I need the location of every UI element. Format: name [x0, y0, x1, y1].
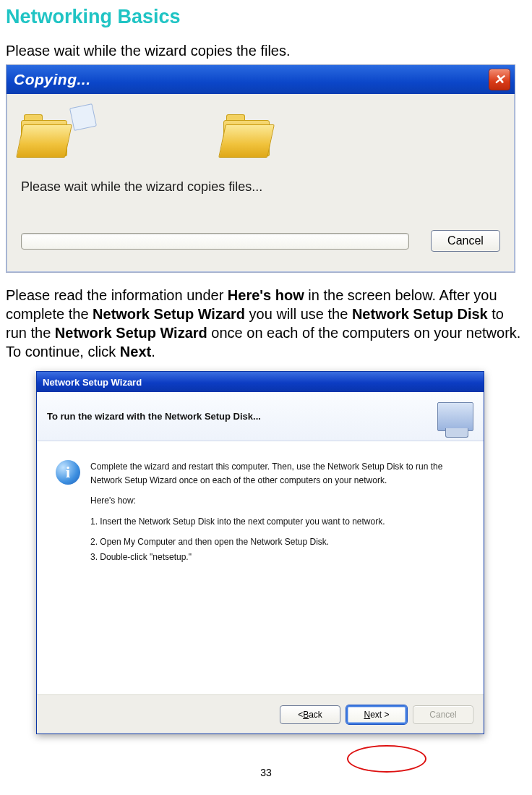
copying-body: Please wait while the wizard copies file…	[7, 94, 515, 272]
copying-dialog: Copying... ✕ Please wait while the wizar…	[6, 64, 515, 273]
instruction-2: Please read the information under Here's…	[0, 273, 532, 365]
computer-icon	[437, 402, 473, 431]
copy-animation	[21, 110, 500, 166]
wizard-step-1: 1. Insert the Network Setup Disk into th…	[90, 515, 465, 529]
wizard-body: i Complete the wizard and restart this c…	[37, 441, 484, 694]
instruction-1: Please wait while the wizard copies the …	[0, 28, 532, 64]
wizard-intro: Complete the wizard and restart this com…	[90, 460, 465, 487]
wizard-hereshow: Here's how:	[90, 494, 465, 508]
folder-source-icon	[21, 117, 72, 159]
wizard-header-text: To run the wizard with the Network Setup…	[47, 411, 261, 422]
progress-bar	[21, 233, 409, 250]
next-button[interactable]: Next >	[346, 705, 407, 724]
wizard-title: Network Setup Wizard	[43, 377, 142, 388]
wizard-step-3: 3. Double-click "netsetup."	[90, 550, 465, 564]
wizard-step-2: 2. Open My Computer and then open the Ne…	[90, 535, 465, 549]
wizard-info-text: Complete the wizard and restart this com…	[90, 460, 465, 571]
wizard-footer: < Back Next > Cancel	[37, 694, 484, 734]
paper-icon	[69, 103, 97, 131]
close-icon[interactable]: ✕	[489, 69, 510, 90]
wizard-titlebar[interactable]: Network Setup Wizard	[37, 372, 484, 392]
page-title: Networking Basics	[0, 0, 532, 28]
folder-dest-icon	[223, 117, 274, 159]
cancel-button[interactable]: Cancel	[431, 230, 500, 252]
page-number: 33	[0, 767, 532, 778]
copying-wait-text: Please wait while the wizard copies file…	[21, 179, 500, 195]
back-button[interactable]: < Back	[280, 705, 340, 724]
copying-titlebar[interactable]: Copying... ✕	[7, 65, 515, 94]
copying-title: Copying...	[14, 71, 489, 88]
wizard-header: To run the wizard with the Network Setup…	[37, 392, 484, 441]
info-icon: i	[56, 460, 80, 485]
wizard-dialog: Network Setup Wizard To run the wizard w…	[36, 371, 484, 734]
wizard-cancel-button: Cancel	[413, 705, 473, 724]
